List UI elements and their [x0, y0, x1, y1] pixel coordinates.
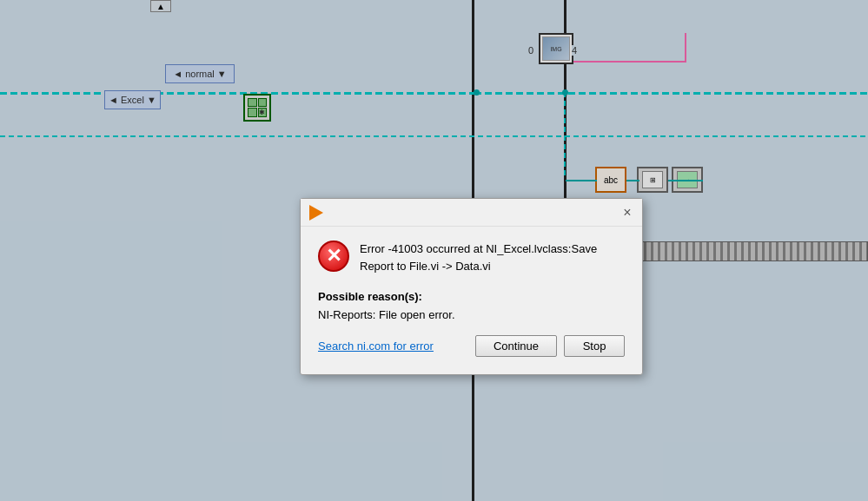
error-row: ✕ Error -41003 occurred at NI_Excel.lvcl… — [318, 241, 625, 274]
search-link-button[interactable]: Search ni.com for error — [318, 339, 434, 353]
dialog-title-left — [308, 204, 325, 221]
continue-button[interactable]: Continue — [475, 335, 557, 357]
stop-button[interactable]: Stop — [564, 335, 625, 357]
play-icon — [308, 204, 325, 221]
dialog-body: ✕ Error -41003 occurred at NI_Excel.lvcl… — [301, 227, 642, 374]
close-button[interactable]: × — [620, 205, 635, 221]
possible-reasons-label: Possible reason(s): — [318, 290, 625, 303]
button-group: Continue Stop — [475, 335, 625, 357]
play-triangle-shape — [309, 205, 323, 221]
dialog-footer: Search ni.com for error Continue Stop — [318, 335, 625, 357]
error-message-text: Error -41003 occurred at NI_Excel.lvclas… — [360, 241, 625, 274]
reason-text: NI-Reports: File open error. — [318, 308, 625, 321]
error-icon-circle: ✕ — [318, 241, 349, 272]
dialog-titlebar: × — [301, 199, 642, 227]
error-dialog: × ✕ Error -41003 occurred at NI_Excel.lv… — [300, 198, 643, 375]
